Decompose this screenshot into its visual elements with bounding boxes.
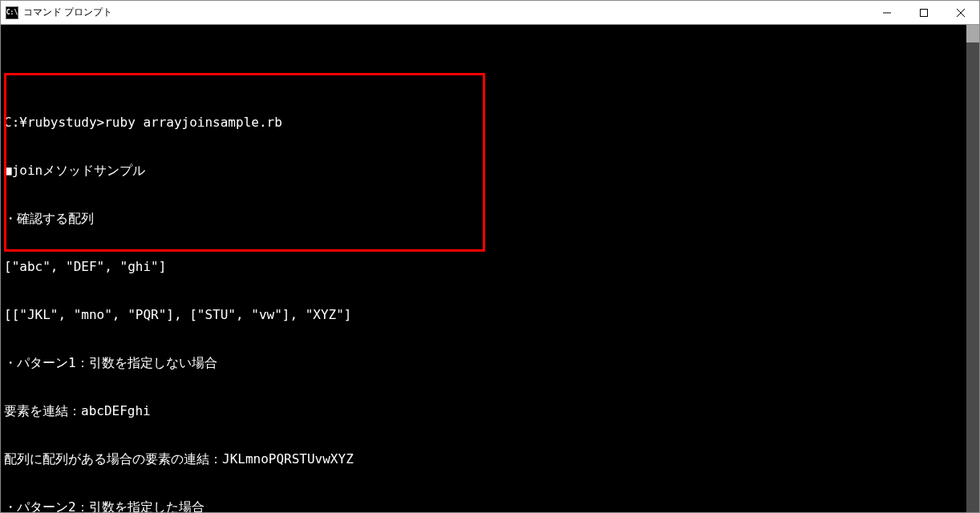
output-line: [["JKL", "mno", "PQR"], ["STU", "vw"], "… bbox=[4, 307, 963, 323]
close-icon bbox=[957, 9, 965, 17]
output-line: 要素を連結：abcDEFghi bbox=[4, 403, 963, 419]
prompt-line-1: C:¥rubystudy>ruby arrayjoinsample.rb bbox=[4, 115, 963, 131]
prompt-path: C:¥rubystudy> bbox=[4, 115, 104, 130]
minimize-icon bbox=[883, 9, 891, 17]
output-line: 配列に配列がある場合の要素の連結：JKLmnoPQRSTUvwXYZ bbox=[4, 451, 963, 467]
window-controls bbox=[869, 1, 979, 24]
app-icon-text: C:\ bbox=[6, 9, 18, 16]
minimize-button[interactable] bbox=[869, 1, 905, 24]
output-line: ・確認する配列 bbox=[4, 211, 963, 227]
app-icon: C:\ bbox=[6, 6, 18, 19]
titlebar[interactable]: C:\ コマンド プロンプト bbox=[1, 1, 979, 25]
vertical-scrollbar[interactable] bbox=[966, 25, 979, 512]
window-title: コマンド プロンプト bbox=[23, 6, 869, 19]
output-line: ・パターン2：引数を指定した場合 bbox=[4, 499, 963, 512]
terminal-area[interactable]: C:¥rubystudy>ruby arrayjoinsample.rb ■jo… bbox=[1, 25, 979, 512]
maximize-icon bbox=[920, 9, 928, 17]
scrollbar-thumb[interactable] bbox=[966, 25, 979, 42]
maximize-button[interactable] bbox=[905, 1, 942, 24]
command-prompt-window: C:\ コマンド プロンプト C:¥rubystudy>ruby arrayjo… bbox=[0, 0, 980, 513]
output-line: ["abc", "DEF", "ghi"] bbox=[4, 259, 963, 275]
close-button[interactable] bbox=[942, 1, 979, 24]
output-line: ・パターン1：引数を指定しない場合 bbox=[4, 355, 963, 371]
terminal-content: C:¥rubystudy>ruby arrayjoinsample.rb ■jo… bbox=[1, 25, 966, 512]
svg-rect-1 bbox=[921, 9, 928, 16]
prompt-command: ruby arrayjoinsample.rb bbox=[104, 115, 282, 130]
output-line: ■joinメソッドサンプル bbox=[4, 163, 963, 179]
